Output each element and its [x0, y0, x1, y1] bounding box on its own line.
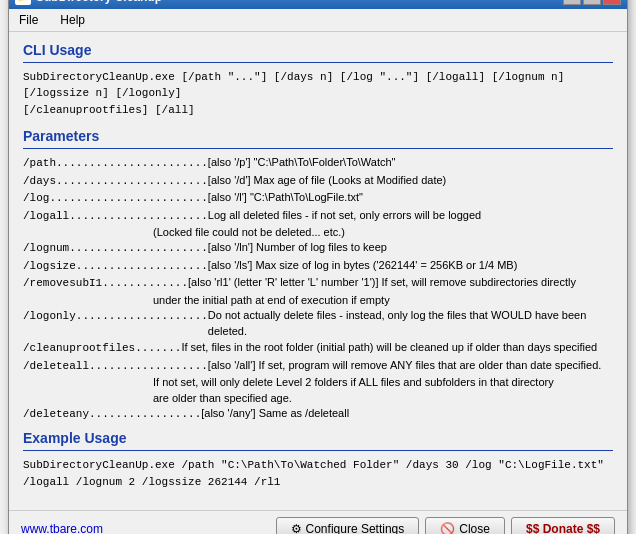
param-name-deleteany: /deleteany................. [23, 406, 201, 423]
example-command: SubDirectoryCleanUp.exe /path "C:\Path\T… [23, 457, 613, 490]
title-bar: 📁 SubDirectory Cleanup – □ ✕ [9, 0, 627, 9]
close-label: Close [459, 522, 490, 534]
param-extra-removesubl1: under the initial path at end of executi… [153, 293, 613, 308]
donate-label: $$ Donate $$ [526, 522, 600, 534]
param-extra-logall: (Locked file could not be deleted... etc… [153, 225, 613, 240]
param-name-logsize: /logsize.................... [23, 258, 208, 275]
param-row-log: /log........................ [also '/l']… [23, 190, 613, 207]
footer-buttons: ⚙ Configure Settings 🚫 Close $$ Donate $… [276, 517, 615, 534]
params-table: /path....................... [also '/p']… [23, 155, 613, 422]
param-name-removesubl1: /removesubI1............. [23, 275, 188, 292]
close-button[interactable]: 🚫 Close [425, 517, 505, 534]
param-name-logonly: /logonly.................... [23, 308, 208, 325]
minimize-button[interactable]: – [563, 0, 581, 5]
param-name-path: /path....................... [23, 155, 208, 172]
configure-icon: ⚙ [291, 522, 302, 534]
donate-button[interactable]: $$ Donate $$ [511, 517, 615, 534]
param-row-path: /path....................... [also '/p']… [23, 155, 613, 172]
footer: www.tbare.com ⚙ Configure Settings 🚫 Clo… [9, 510, 627, 534]
param-extra-deleteall-2: are older than specified age. [153, 391, 613, 406]
params-divider [23, 148, 613, 149]
param-row-lognum: /lognum..................... [also '/ln'… [23, 240, 613, 257]
window-close-button[interactable]: ✕ [603, 0, 621, 5]
cli-section-title: CLI Usage [23, 42, 613, 58]
maximize-button[interactable]: □ [583, 0, 601, 5]
param-row-logsize: /logsize.................... [also '/ls'… [23, 258, 613, 275]
param-desc-removesubl1: [also 'rl1' (letter 'R' letter 'L' numbe… [188, 275, 613, 290]
param-row-deleteany: /deleteany................. [also '/any'… [23, 406, 613, 423]
menu-help[interactable]: Help [54, 11, 91, 29]
menu-file[interactable]: File [13, 11, 44, 29]
configure-label: Configure Settings [306, 522, 405, 534]
param-name-cleanuprootfiles: /cleanuprootfiles....... [23, 340, 181, 357]
param-desc-logall: Log all deleted files - if not set, only… [208, 208, 613, 223]
param-name-lognum: /lognum..................... [23, 240, 208, 257]
param-extra-deleteall-1: If not set, will only delete Level 2 fol… [153, 375, 613, 390]
cli-section: CLI Usage SubDirectoryCleanUp.exe [/path… [23, 42, 613, 119]
example-section-title: Example Usage [23, 430, 613, 446]
param-desc-log: [also '/l'] "C:\Path\To\LogFile.txt" [208, 190, 613, 205]
cli-command: SubDirectoryCleanUp.exe [/path "..."] [/… [23, 69, 613, 119]
param-desc-deleteany: [also '/any'] Same as /deleteall [201, 406, 613, 421]
params-section-title: Parameters [23, 128, 613, 144]
param-row-logonly: /logonly.................... Do not actu… [23, 308, 613, 339]
param-desc-cleanuprootfiles: If set, files in the root folder (initia… [181, 340, 613, 355]
close-icon: 🚫 [440, 522, 455, 534]
tbare-link[interactable]: www.tbare.com [21, 522, 103, 534]
title-controls: – □ ✕ [563, 0, 621, 5]
param-name-days: /days....................... [23, 173, 208, 190]
param-desc-days: [also '/d'] Max age of file (Looks at Mo… [208, 173, 613, 188]
title-bar-left: 📁 SubDirectory Cleanup [15, 0, 162, 5]
window-title: SubDirectory Cleanup [36, 0, 162, 4]
example-divider [23, 450, 613, 451]
app-icon: 📁 [15, 0, 31, 5]
example-section: Example Usage SubDirectoryCleanUp.exe /p… [23, 430, 613, 490]
param-row-deleteall: /deleteall.................. [also '/all… [23, 358, 613, 375]
param-desc-deleteall: [also '/all'] If set, program will remov… [208, 358, 613, 373]
param-desc-path: [also '/p'] "C:\Path\To\Folder\To\Watch" [208, 155, 613, 170]
param-row-cleanuprootfiles: /cleanuprootfiles....... If set, files i… [23, 340, 613, 357]
param-name-logall: /logall..................... [23, 208, 208, 225]
configure-button[interactable]: ⚙ Configure Settings [276, 517, 420, 534]
cli-divider [23, 62, 613, 63]
param-row-logall: /logall..................... Log all del… [23, 208, 613, 225]
content-area: CLI Usage SubDirectoryCleanUp.exe [/path… [9, 32, 627, 511]
params-section: Parameters /path....................... … [23, 128, 613, 422]
param-row-days: /days....................... [also '/d']… [23, 173, 613, 190]
main-window: 📁 SubDirectory Cleanup – □ ✕ File Help C… [8, 0, 628, 534]
param-name-log: /log........................ [23, 190, 208, 207]
param-row-removesubl1: /removesubI1............. [also 'rl1' (l… [23, 275, 613, 292]
param-desc-logsize: [also '/ls'] Max size of log in bytes ('… [208, 258, 613, 273]
menu-bar: File Help [9, 9, 627, 32]
param-desc-logonly: Do not actually delete files - instead, … [208, 308, 613, 339]
param-name-deleteall: /deleteall.................. [23, 358, 208, 375]
param-desc-lognum: [also '/ln'] Number of log files to keep [208, 240, 613, 255]
